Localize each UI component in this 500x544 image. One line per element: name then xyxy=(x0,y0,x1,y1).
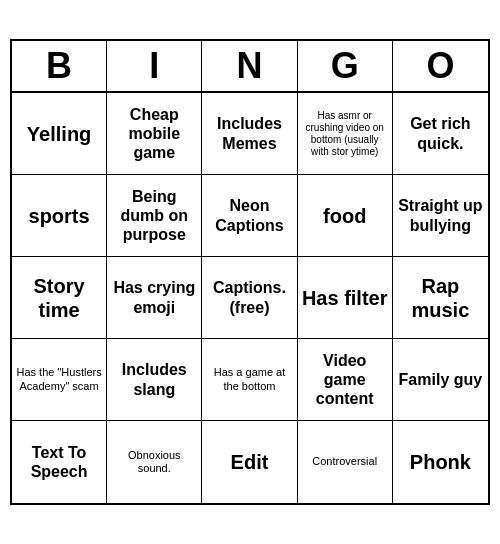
bingo-cell-1: Cheap mobile game xyxy=(107,93,202,175)
bingo-cell-13: Has filter xyxy=(298,257,393,339)
bingo-letter-i: I xyxy=(107,41,202,91)
bingo-cell-17: Has a game at the bottom xyxy=(202,339,297,421)
bingo-cell-18: Video game content xyxy=(298,339,393,421)
bingo-cell-21: Obnoxious sound. xyxy=(107,421,202,503)
bingo-cell-20: Text To Speech xyxy=(12,421,107,503)
bingo-letter-o: O xyxy=(393,41,488,91)
bingo-cell-24: Phonk xyxy=(393,421,488,503)
bingo-cell-15: Has the "Hustlers Academy" scam xyxy=(12,339,107,421)
bingo-cell-19: Family guy xyxy=(393,339,488,421)
bingo-cell-3: Has asmr or crushing video on bottom (us… xyxy=(298,93,393,175)
bingo-card: BINGO YellingCheap mobile gameIncludes M… xyxy=(10,39,490,505)
bingo-letter-n: N xyxy=(202,41,297,91)
bingo-cell-7: Neon Captions xyxy=(202,175,297,257)
bingo-cell-11: Has crying emoji xyxy=(107,257,202,339)
bingo-cell-6: Being dumb on purpose xyxy=(107,175,202,257)
bingo-cell-5: sports xyxy=(12,175,107,257)
bingo-cell-0: Yelling xyxy=(12,93,107,175)
bingo-cell-16: Includes slang xyxy=(107,339,202,421)
bingo-cell-10: Story time xyxy=(12,257,107,339)
bingo-cell-2: Includes Memes xyxy=(202,93,297,175)
bingo-cell-4: Get rich quick. xyxy=(393,93,488,175)
bingo-cell-9: Straight up bullying xyxy=(393,175,488,257)
bingo-grid: YellingCheap mobile gameIncludes MemesHa… xyxy=(12,93,488,503)
bingo-letter-g: G xyxy=(298,41,393,91)
bingo-header: BINGO xyxy=(12,41,488,93)
bingo-cell-23: Controversial xyxy=(298,421,393,503)
bingo-letter-b: B xyxy=(12,41,107,91)
bingo-cell-12: Captions. (free) xyxy=(202,257,297,339)
bingo-cell-14: Rap music xyxy=(393,257,488,339)
bingo-cell-22: Edit xyxy=(202,421,297,503)
bingo-cell-8: food xyxy=(298,175,393,257)
